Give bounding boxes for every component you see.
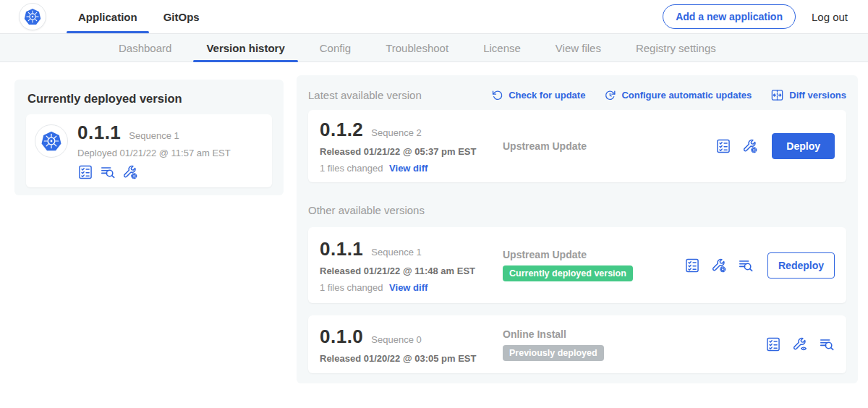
subnav-label: Troubleshoot — [386, 42, 448, 54]
version-source-label: Upstream Update — [503, 140, 715, 152]
app-kubernetes-logo-icon — [35, 124, 68, 158]
subnav-label: Version history — [206, 42, 284, 54]
subnav-label: View files — [556, 42, 601, 54]
tab-gitops-label: GitOps — [163, 11, 200, 23]
subnav-tab-license[interactable]: License — [466, 34, 538, 61]
redeploy-button[interactable]: Redeploy — [767, 252, 835, 279]
version-card-0-1-1: 0.1.1 Sequence 1 Released 01/21/22 @ 11:… — [308, 227, 846, 303]
subnav-tab-config[interactable]: Config — [302, 34, 368, 61]
check-for-update-label: Check for update — [509, 90, 585, 101]
version-sequence: Sequence 0 — [371, 334, 421, 345]
version-number: 0.1.0 — [320, 326, 363, 348]
deployed-version-card: 0.1.1 Sequence 1 Deployed 01/21/22 @ 11:… — [26, 114, 272, 187]
configure-automatic-updates-link[interactable]: Configure automatic updates — [604, 89, 752, 101]
files-changed-label: 1 files changed — [320, 282, 383, 293]
app-subnav: Dashboard Version history Config Trouble… — [0, 33, 868, 62]
config-wrench-gear-icon[interactable] — [122, 164, 138, 180]
view-diff-link[interactable]: View diff — [389, 282, 427, 293]
subnav-label: Registry settings — [636, 42, 716, 54]
tab-application[interactable]: Application — [65, 0, 150, 33]
other-available-versions-header: Other available versions — [308, 204, 846, 217]
version-sequence: Sequence 1 — [371, 247, 421, 258]
kubernetes-logo-icon — [19, 3, 46, 30]
version-sequence: Sequence 2 — [371, 127, 421, 138]
top-nav: Application GitOps Add a new application… — [0, 0, 868, 33]
refresh-icon — [491, 89, 503, 101]
subnav-tab-dashboard[interactable]: Dashboard — [101, 34, 189, 61]
deploy-logs-search-icon[interactable] — [819, 336, 835, 352]
preflight-checklist-icon[interactable] — [77, 164, 93, 180]
currently-deployed-title: Currently deployed version — [27, 92, 272, 106]
subnav-label: Dashboard — [119, 42, 171, 54]
currently-deployed-panel: Currently deployed version 0.1.1 Sequenc… — [14, 80, 284, 195]
version-number: 0.1.1 — [320, 238, 363, 260]
released-timestamp: Released 01/21/22 @ 05:37 pm EST — [320, 146, 503, 157]
diff-versions-link[interactable]: Diff versions — [770, 88, 846, 102]
subnav-tab-troubleshoot[interactable]: Troubleshoot — [368, 34, 466, 61]
version-card-0-1-0: 0.1.0 Sequence 0 Released 01/20/22 @ 03:… — [308, 315, 846, 373]
config-wrench-gear-icon[interactable] — [711, 258, 727, 273]
diff-icon — [770, 88, 784, 102]
files-changed-label: 1 files changed — [320, 163, 383, 174]
tab-application-label: Application — [78, 11, 137, 23]
app-tabs: Application GitOps — [65, 0, 213, 33]
subnav-label: License — [483, 42, 521, 54]
latest-available-header: Latest available version — [308, 89, 422, 101]
configure-automatic-updates-label: Configure automatic updates — [621, 90, 752, 101]
preflight-checklist-icon[interactable] — [765, 336, 781, 352]
version-source-label: Upstream Update — [503, 249, 684, 260]
diff-versions-label: Diff versions — [789, 90, 846, 101]
auto-update-icon — [604, 89, 616, 101]
deployed-version-number: 0.1.1 — [77, 122, 121, 144]
deploy-logs-search-icon[interactable] — [100, 164, 116, 180]
deployed-timestamp: Deployed 01/21/22 @ 11:57 am EST — [77, 148, 231, 158]
version-card-0-1-2: 0.1.2 Sequence 2 Released 01/21/22 @ 05:… — [308, 110, 846, 182]
preflight-checklist-icon[interactable] — [684, 258, 700, 273]
released-timestamp: Released 01/20/22 @ 03:05 pm EST — [320, 353, 503, 364]
version-source-label: Online Install — [503, 328, 765, 340]
subnav-tab-registry-settings[interactable]: Registry settings — [618, 34, 733, 61]
config-wrench-eye-icon[interactable] — [792, 336, 808, 352]
deployed-sequence: Sequence 1 — [129, 130, 179, 141]
top-nav-right: Add a new application Log out — [663, 4, 848, 29]
deploy-logs-search-icon[interactable] — [738, 258, 754, 273]
currently-deployed-badge: Currently deployed version — [503, 265, 633, 281]
add-application-button[interactable]: Add a new application — [663, 4, 796, 29]
tab-gitops[interactable]: GitOps — [150, 0, 213, 33]
config-wrench-gear-icon[interactable] — [742, 138, 758, 154]
logout-button[interactable]: Log out — [812, 11, 848, 23]
preflight-checklist-icon[interactable] — [715, 138, 731, 154]
previously-deployed-badge: Previously deployed — [503, 345, 604, 361]
released-timestamp: Released 01/21/22 @ 11:48 am EST — [320, 265, 503, 276]
subnav-label: Config — [320, 42, 351, 54]
main-content: Currently deployed version 0.1.1 Sequenc… — [0, 62, 868, 407]
subnav-tab-view-files[interactable]: View files — [538, 34, 618, 61]
version-number: 0.1.2 — [320, 119, 363, 141]
check-for-update-link[interactable]: Check for update — [491, 89, 585, 101]
deploy-button[interactable]: Deploy — [772, 133, 835, 159]
subnav-tab-version-history[interactable]: Version history — [189, 34, 302, 61]
view-diff-link[interactable]: View diff — [389, 163, 427, 174]
version-history-panel: Latest available version Check for updat… — [297, 75, 858, 383]
